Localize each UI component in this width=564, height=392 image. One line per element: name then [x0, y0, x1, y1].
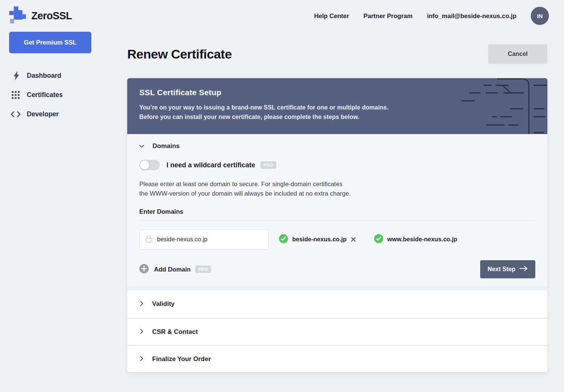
zerossl-logo-icon [9, 6, 26, 25]
sidebar-item-label: Developer [27, 110, 59, 118]
sidebar-menu: Dashboard Certificates Developer [0, 70, 127, 120]
sidebar-item-certificates[interactable]: Certificates [0, 89, 127, 100]
wildcard-toggle[interactable] [139, 160, 160, 170]
get-premium-ssl-button[interactable]: Get Premium SSL [9, 32, 91, 53]
section-validity[interactable]: Validity [127, 286, 547, 318]
page-title: Renew Certificate [127, 47, 232, 62]
grid-icon [10, 91, 21, 99]
section-finalize-order[interactable]: Finalize Your Order [127, 345, 547, 372]
domains-section-label: Domains [153, 142, 180, 150]
top-navigation: Help Center Partner Program info_mail@be… [314, 7, 549, 25]
arrow-right-icon [519, 266, 528, 273]
zerossl-logo[interactable]: ZeroSSL [9, 6, 72, 25]
section-label: Finalize Your Order [152, 355, 211, 363]
sidebar-item-dashboard[interactable]: Dashboard [0, 70, 127, 81]
sidebar-item-label: Certificates [27, 91, 63, 99]
code-icon [10, 111, 21, 117]
domains-section-header[interactable]: Domains [139, 142, 535, 150]
pro-badge: PRO [260, 161, 276, 169]
domains-note-line1: Please enter at least one domain to secu… [139, 179, 535, 189]
setup-intro-line1: You’re on your way to issuing a brand-ne… [139, 103, 535, 112]
verified-domain-chip: www.beside-nexus.co.jp [374, 234, 461, 245]
plus-circle-icon [139, 264, 149, 275]
section-label: CSR & Contact [152, 328, 198, 336]
chevron-down-icon [139, 143, 144, 150]
chevron-right-icon [140, 356, 143, 363]
sidebar: Get Premium SSL Dashboard [0, 32, 127, 128]
sidebar-item-label: Dashboard [27, 72, 61, 80]
setup-intro-line2: Before you can install your new certific… [139, 112, 535, 122]
section-label: Validity [152, 300, 175, 308]
add-domain-label: Add Domain [154, 266, 191, 273]
remove-domain-icon[interactable] [351, 237, 356, 242]
avatar[interactable]: IN [531, 7, 549, 25]
verified-domain-chip: beside-nexus.co.jp [279, 234, 356, 245]
ssl-setup-card: SSL Certificate Setup You’re on your way… [127, 78, 547, 372]
topbar: ZeroSSL Help Center Partner Program info… [0, 0, 564, 32]
ssl-setup-header: SSL Certificate Setup You’re on your way… [127, 78, 547, 134]
add-domain-button[interactable]: Add Domain PRO [139, 264, 211, 275]
next-step-label: Next Step [488, 266, 516, 273]
domains-section: Domains I need a wildcard certificate PR… [127, 134, 547, 286]
section-csr-contact[interactable]: CSR & Contact [127, 318, 547, 345]
logo-text: ZeroSSL [31, 10, 72, 22]
domain-input-box [139, 229, 269, 250]
nav-help-center[interactable]: Help Center [314, 12, 349, 20]
chevron-right-icon [140, 329, 143, 335]
next-step-button[interactable]: Next Step [480, 260, 535, 278]
toggle-knob [140, 161, 149, 170]
domain-input[interactable] [157, 236, 262, 243]
wildcard-toggle-label: I need a wildcard certificate [166, 161, 255, 169]
check-circle-icon [279, 234, 288, 245]
pro-badge: PRO [195, 265, 211, 273]
main-content: Renew Certificate Cancel SSL Certificate… [127, 32, 547, 372]
nav-partner-program[interactable]: Partner Program [364, 12, 413, 20]
divider [139, 221, 535, 221]
enter-domains-label: Enter Domains [139, 208, 535, 215]
lock-icon [146, 235, 152, 244]
verified-domain-label: beside-nexus.co.jp [292, 236, 347, 243]
sidebar-item-developer[interactable]: Developer [0, 108, 127, 120]
chevron-right-icon [140, 301, 143, 307]
check-circle-icon [374, 234, 383, 245]
cancel-button[interactable]: Cancel [488, 44, 547, 64]
account-email[interactable]: info_mail@beside-nexus.co.jp [427, 12, 516, 20]
verified-domain-label: www.beside-nexus.co.jp [387, 236, 457, 243]
domains-note-line2: the WWW-version of your domain will alwa… [139, 189, 535, 198]
lightning-icon [10, 71, 21, 80]
